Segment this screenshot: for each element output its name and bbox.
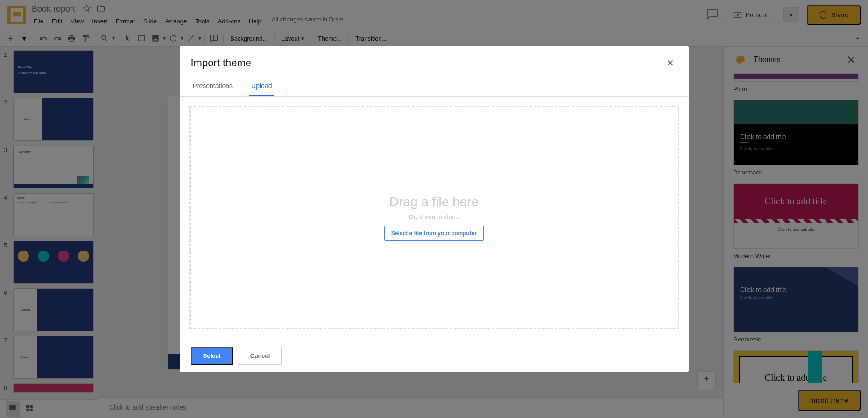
select-file-button[interactable]: Select a file from your computer — [384, 226, 484, 241]
tab-presentations[interactable]: Presentations — [191, 77, 235, 96]
modal-cancel-button[interactable]: Cancel — [239, 347, 282, 365]
dropzone-subtitle: Or, if you prefer... — [409, 213, 459, 220]
modal-select-button[interactable]: Select — [191, 347, 233, 365]
modal-title: Import theme — [191, 57, 666, 69]
dropzone-title: Drag a file here — [389, 195, 479, 209]
file-dropzone[interactable]: Drag a file here Or, if you prefer... Se… — [189, 106, 679, 329]
tab-upload[interactable]: Upload — [249, 77, 274, 96]
import-theme-modal: Import theme ✕ Presentations Upload Drag… — [180, 46, 689, 372]
modal-close-icon[interactable]: ✕ — [666, 57, 677, 69]
